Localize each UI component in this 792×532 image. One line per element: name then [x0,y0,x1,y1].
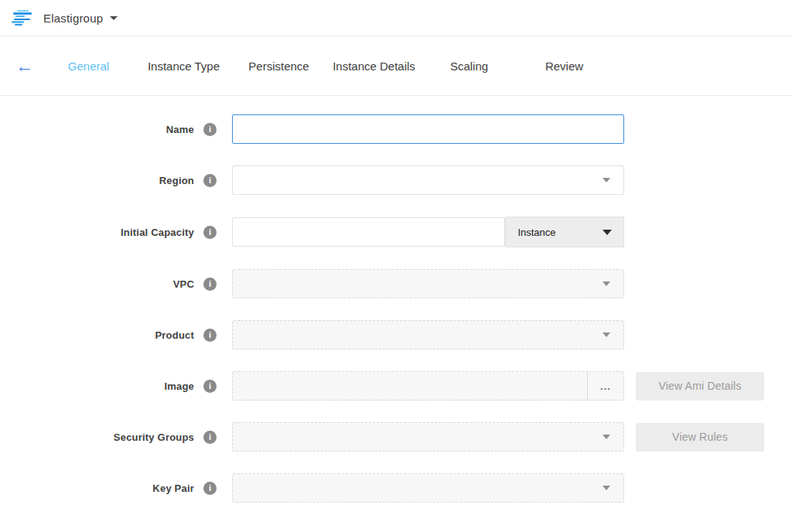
tab-instance-type[interactable]: Instance Type [136,60,231,73]
product-select[interactable] [232,320,624,350]
dropdown-caret-icon [603,281,610,286]
key-pair-select[interactable] [232,473,624,503]
image-field[interactable]: ... [232,371,624,401]
info-icon[interactable]: i [203,380,217,393]
region-select[interactable] [232,165,624,195]
name-label: Name [166,124,194,135]
form-row-name: Name i [0,114,792,144]
product-switcher-dropdown[interactable]: Elastigroup [12,10,118,26]
info-icon[interactable]: i [203,278,217,291]
vpc-select[interactable] [232,269,624,298]
name-input[interactable] [232,114,624,144]
form-row-product: Product i [0,320,792,350]
tab-scaling[interactable]: Scaling [422,60,517,73]
capacity-unit-select[interactable]: Instance [505,217,624,247]
info-icon[interactable]: i [203,123,217,136]
form-row-key-pair: Key Pair i [0,473,792,503]
dropdown-caret-icon [603,230,612,235]
info-icon[interactable]: i [203,431,217,444]
dropdown-caret-icon [603,486,610,490]
capacity-unit-value: Instance [517,227,555,238]
tab-general[interactable]: General [41,60,136,73]
form-row-region: Region i [0,165,792,195]
form-row-image: Image i ... View Ami Details [0,371,792,401]
security-groups-label: Security Groups [114,431,194,443]
image-label: Image [164,380,194,392]
dropdown-caret-icon [603,178,610,182]
key-pair-label: Key Pair [152,483,194,494]
wizard-tabs: General Instance Type Persistence Instan… [41,60,612,73]
image-value [233,372,587,400]
tab-persistence[interactable]: Persistence [231,60,326,73]
tab-instance-details[interactable]: Instance Details [326,60,422,73]
initial-capacity-label: Initial Capacity [121,227,194,238]
info-icon[interactable]: i [203,174,217,187]
chevron-down-icon [110,16,118,20]
info-icon[interactable]: i [203,226,217,239]
elastigroup-logo-icon [12,10,33,26]
browse-ellipsis-button[interactable]: ... [587,372,623,400]
view-rules-button[interactable]: View Rules [636,423,764,452]
back-arrow-icon[interactable]: ← [15,57,36,75]
vpc-label: VPC [173,278,194,290]
general-settings-form: Name i Region i Initial Capacity i Insta… [0,96,792,503]
info-icon[interactable]: i [203,329,217,342]
form-row-initial-capacity: Initial Capacity i Instance [0,217,792,247]
wizard-tabbar: ← General Instance Type Persistence Inst… [0,36,792,96]
dropdown-caret-icon [603,332,610,337]
tab-review[interactable]: Review [517,60,612,73]
form-row-vpc: VPC i [0,269,792,298]
form-row-security-groups: Security Groups i View Rules [0,422,792,452]
app-title: Elastigroup [43,12,103,25]
info-icon[interactable]: i [203,482,217,495]
view-ami-details-button[interactable]: View Ami Details [636,372,764,401]
app-header: Elastigroup [0,0,792,36]
product-label: Product [155,329,194,341]
region-label: Region [159,175,194,186]
dropdown-caret-icon [603,435,610,439]
initial-capacity-input[interactable] [232,217,505,247]
security-groups-select[interactable] [232,422,624,452]
